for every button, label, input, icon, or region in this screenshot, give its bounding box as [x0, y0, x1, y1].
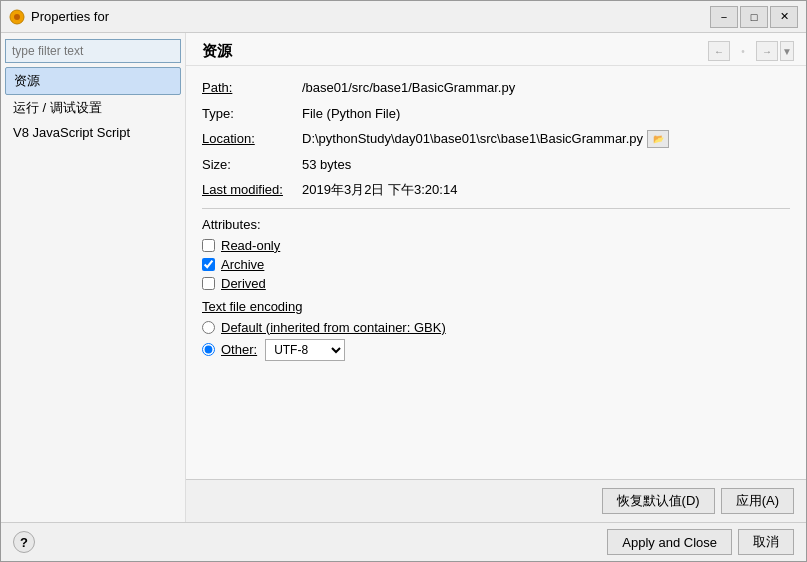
- type-value: File (Python File): [302, 104, 400, 124]
- readonly-checkbox[interactable]: [202, 239, 215, 252]
- type-row: Type: File (Python File): [202, 104, 790, 124]
- nav-back-button[interactable]: ←: [708, 41, 730, 61]
- type-label: Type:: [202, 104, 302, 124]
- attributes-title: Attributes:: [202, 217, 790, 232]
- archive-label: Archive: [221, 257, 264, 272]
- location-content: D:\pythonStudy\day01\base01\src\base1\Ba…: [302, 129, 669, 149]
- footer: ? Apply and Close 取消: [1, 522, 806, 561]
- encoding-select[interactable]: UTF-8 GBK UTF-16 ISO-8859-1: [265, 339, 345, 361]
- size-label: Size:: [202, 155, 302, 175]
- filter-input[interactable]: type filter text: [5, 39, 181, 63]
- modified-row: Last modified: 2019年3月2日 下午3:20:14: [202, 180, 790, 200]
- properties-window: Properties for − □ ✕ type filter text 资源…: [0, 0, 807, 562]
- readonly-label: Read-only: [221, 238, 280, 253]
- svg-point-1: [14, 14, 20, 20]
- sidebar-item-resources[interactable]: 资源: [5, 67, 181, 95]
- nav-separator: •: [732, 41, 754, 61]
- default-encoding-label: Default (inherited from container: GBK): [221, 320, 446, 335]
- derived-label: Derived: [221, 276, 266, 291]
- other-encoding-label: Other:: [221, 342, 257, 357]
- main-area: type filter text 资源 运行 / 调试设置 V8 JavaScr…: [1, 33, 806, 522]
- archive-checkbox[interactable]: [202, 258, 215, 271]
- location-value: D:\pythonStudy\day01\base01\src\base1\Ba…: [302, 129, 643, 149]
- other-encoding-row: Other: UTF-8 GBK UTF-16 ISO-8859-1: [202, 339, 790, 361]
- size-value: 53 bytes: [302, 155, 351, 175]
- readonly-row: Read-only: [202, 238, 790, 253]
- location-browse-button[interactable]: 📂: [647, 130, 669, 148]
- sidebar: type filter text 资源 运行 / 调试设置 V8 JavaScr…: [1, 33, 186, 522]
- derived-row: Derived: [202, 276, 790, 291]
- divider-1: [202, 208, 790, 209]
- default-encoding-row: Default (inherited from container: GBK): [202, 320, 790, 335]
- content-title: 资源: [202, 42, 708, 61]
- modified-value: 2019年3月2日 下午3:20:14: [302, 180, 457, 200]
- maximize-button[interactable]: □: [740, 6, 768, 28]
- modified-label: Last modified:: [202, 180, 302, 200]
- path-value: /base01/src/base1/BasicGrammar.py: [302, 78, 515, 98]
- nav-buttons: ← • → ▼: [708, 41, 794, 61]
- size-row: Size: 53 bytes: [202, 155, 790, 175]
- content-header: 资源 ← • → ▼: [186, 33, 806, 66]
- window-icon: [9, 9, 25, 25]
- path-row: Path: /base01/src/base1/BasicGrammar.py: [202, 78, 790, 98]
- apply-button[interactable]: 应用(A): [721, 488, 794, 514]
- bottom-action-bar: 恢复默认值(D) 应用(A): [186, 479, 806, 522]
- title-bar: Properties for − □ ✕: [1, 1, 806, 33]
- window-controls: − □ ✕: [710, 6, 798, 28]
- location-row: Location: D:\pythonStudy\day01\base01\sr…: [202, 129, 790, 149]
- sidebar-item-v8[interactable]: V8 JavaScript Script: [5, 121, 181, 144]
- minimize-button[interactable]: −: [710, 6, 738, 28]
- default-encoding-radio[interactable]: [202, 321, 215, 334]
- help-button[interactable]: ?: [13, 531, 35, 553]
- path-label: Path:: [202, 78, 302, 98]
- nav-dropdown-button[interactable]: ▼: [780, 41, 794, 61]
- footer-buttons: Apply and Close 取消: [607, 529, 794, 555]
- location-label: Location:: [202, 129, 302, 149]
- nav-forward-button[interactable]: →: [756, 41, 778, 61]
- content-body: Path: /base01/src/base1/BasicGrammar.py …: [186, 66, 806, 479]
- restore-defaults-button[interactable]: 恢复默认值(D): [602, 488, 715, 514]
- encoding-title: Text file encoding: [202, 299, 790, 314]
- derived-checkbox[interactable]: [202, 277, 215, 290]
- window-title: Properties for: [31, 9, 710, 24]
- close-button[interactable]: ✕: [770, 6, 798, 28]
- archive-row: Archive: [202, 257, 790, 272]
- apply-and-close-button[interactable]: Apply and Close: [607, 529, 732, 555]
- sidebar-item-run-debug[interactable]: 运行 / 调试设置: [5, 95, 181, 121]
- content-panel: 资源 ← • → ▼ Path: /base01/src/base1/Basic…: [186, 33, 806, 522]
- other-encoding-radio[interactable]: [202, 343, 215, 356]
- encoding-section: Text file encoding Default (inherited fr…: [202, 299, 790, 361]
- cancel-button[interactable]: 取消: [738, 529, 794, 555]
